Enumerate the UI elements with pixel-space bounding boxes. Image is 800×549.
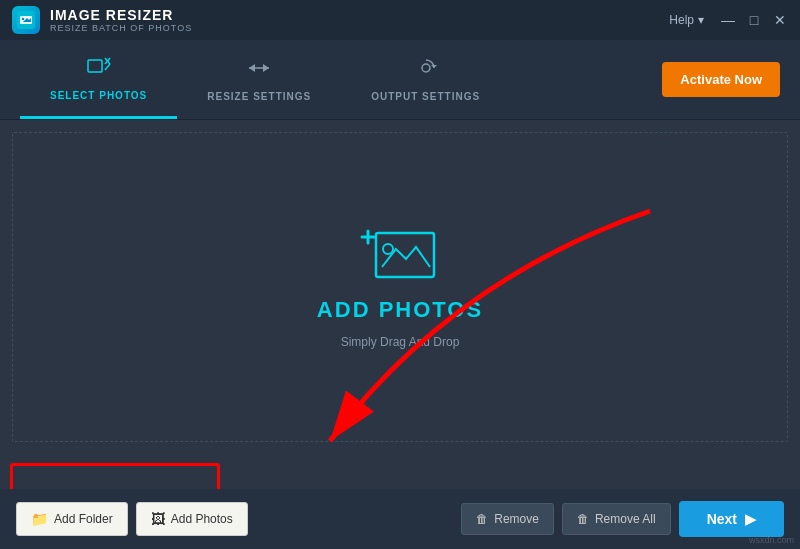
window-controls: — □ ✕	[720, 12, 788, 28]
photo-icon: 🖼	[151, 511, 165, 527]
chevron-down-icon: ▾	[698, 13, 704, 27]
app-subtitle: RESIZE BATCH OF PHOTOS	[50, 23, 192, 33]
title-text: IMAGE RESIZER RESIZE BATCH OF PHOTOS	[50, 7, 192, 33]
minimize-button[interactable]: —	[720, 12, 736, 28]
tab-output-settings[interactable]: OUTPUT SETTINGS	[341, 40, 510, 119]
title-bar-right: Help ▾ — □ ✕	[669, 12, 788, 28]
svg-marker-11	[431, 65, 437, 68]
close-button[interactable]: ✕	[772, 12, 788, 28]
add-folder-button[interactable]: 📁 Add Folder	[16, 502, 128, 536]
svg-point-12	[422, 64, 430, 72]
svg-rect-4	[88, 60, 102, 72]
tab-select-photos[interactable]: SELECT PHOTOS	[20, 40, 177, 119]
next-arrow-icon: ▶	[745, 511, 756, 527]
output-settings-icon	[413, 57, 439, 85]
select-photos-icon	[86, 56, 112, 84]
svg-point-16	[383, 244, 393, 254]
header-area: SELECT PHOTOS RESIZE SETTINGS OUTPUT	[0, 40, 800, 120]
watermark: wsxdn.com	[749, 535, 794, 545]
remove-icon: 🗑	[476, 512, 488, 526]
add-photos-button[interactable]: 🖼 Add Photos	[136, 502, 248, 536]
svg-marker-9	[263, 64, 269, 72]
app-icon	[12, 6, 40, 34]
tab-resize-settings[interactable]: RESIZE SETTINGS	[177, 40, 341, 119]
app-title: IMAGE RESIZER	[50, 7, 192, 23]
bottom-left-buttons: 📁 Add Folder 🖼 Add Photos	[16, 502, 248, 536]
tabs: SELECT PHOTOS RESIZE SETTINGS OUTPUT	[20, 40, 510, 119]
resize-settings-icon	[246, 57, 272, 85]
svg-marker-10	[249, 64, 255, 72]
maximize-button[interactable]: □	[746, 12, 762, 28]
title-bar-left: IMAGE RESIZER RESIZE BATCH OF PHOTOS	[12, 6, 192, 34]
next-button[interactable]: Next ▶	[679, 501, 784, 537]
add-photos-label: ADD PHOTOS	[317, 297, 483, 323]
svg-rect-15	[376, 233, 434, 277]
svg-line-7	[105, 64, 110, 70]
svg-point-3	[22, 18, 24, 20]
activate-now-button[interactable]: Activate Now	[662, 62, 780, 97]
remove-all-button[interactable]: 🗑 Remove All	[562, 503, 671, 535]
bottom-bar: 📁 Add Folder 🖼 Add Photos 🗑 Remove 🗑 Rem…	[0, 489, 800, 549]
tab-output-settings-label: OUTPUT SETTINGS	[371, 91, 480, 102]
add-photos-icon	[360, 225, 440, 285]
add-photos-sublabel: Simply Drag And Drop	[341, 335, 460, 349]
remove-all-icon: 🗑	[577, 512, 589, 526]
folder-icon: 📁	[31, 511, 48, 527]
bottom-right-buttons: 🗑 Remove 🗑 Remove All Next ▶	[461, 501, 784, 537]
main-drop-area[interactable]: ADD PHOTOS Simply Drag And Drop	[12, 132, 788, 442]
remove-button[interactable]: 🗑 Remove	[461, 503, 554, 535]
title-bar: IMAGE RESIZER RESIZE BATCH OF PHOTOS Hel…	[0, 0, 800, 40]
tab-select-photos-label: SELECT PHOTOS	[50, 90, 147, 101]
tab-resize-settings-label: RESIZE SETTINGS	[207, 91, 311, 102]
help-button[interactable]: Help ▾	[669, 13, 704, 27]
